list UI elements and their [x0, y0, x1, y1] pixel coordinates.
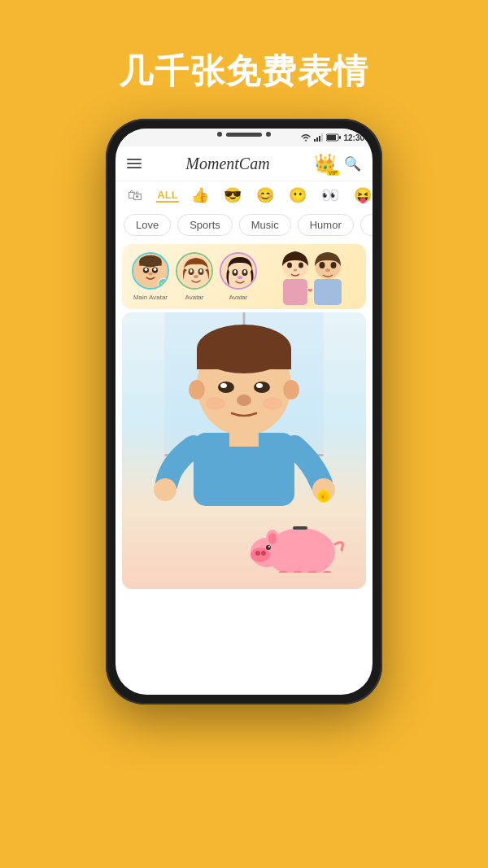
- eyes-emoji-icon: 👀: [321, 188, 339, 203]
- front-camera: [217, 132, 222, 137]
- main-content-card[interactable]: ¥: [122, 312, 366, 589]
- svg-point-19: [200, 269, 203, 273]
- tab-eyes[interactable]: 👀: [319, 188, 342, 203]
- page-title: 几千张免费表情: [119, 49, 369, 94]
- svg-rect-51: [229, 430, 259, 447]
- app-logo: MomentCam: [185, 155, 269, 173]
- svg-point-62: [266, 545, 271, 550]
- chip-romance[interactable]: Romance: [360, 214, 373, 236]
- chip-humor[interactable]: Humor: [298, 214, 354, 236]
- svg-point-10: [145, 268, 148, 271]
- avatar-item-2[interactable]: Avatar: [176, 252, 213, 301]
- svg-rect-31: [283, 279, 307, 305]
- svg-point-61: [261, 551, 266, 556]
- wifi-icon: [300, 133, 312, 142]
- vip-label: VIP: [327, 170, 339, 176]
- svg-point-43: [218, 382, 234, 393]
- tab-all-label: ALL: [157, 189, 177, 201]
- svg-point-42: [283, 380, 299, 399]
- svg-point-41: [189, 380, 205, 399]
- svg-point-24: [234, 270, 237, 273]
- main-avatar-item[interactable]: ⭐ Main Avatar: [132, 252, 169, 301]
- main-avatar-label: Main Avatar: [133, 294, 168, 301]
- svg-point-49: [263, 397, 282, 410]
- chip-sports[interactable]: Sports: [177, 214, 233, 236]
- svg-rect-36: [314, 279, 342, 305]
- header-actions: 👑 VIP 🔍: [314, 153, 361, 174]
- svg-text:¥: ¥: [321, 494, 325, 499]
- svg-rect-14: [139, 261, 161, 265]
- avatar-label-3: Avatar: [229, 294, 248, 301]
- svg-point-34: [331, 262, 337, 268]
- svg-point-47: [237, 395, 251, 406]
- svg-point-35: [325, 268, 330, 272]
- signal-icon: [314, 133, 324, 142]
- svg-point-30: [294, 269, 298, 272]
- svg-point-28: [287, 263, 292, 268]
- battery-icon: [326, 133, 341, 142]
- tab-bag[interactable]: 🛍: [124, 188, 146, 203]
- time-display: 12:30: [343, 133, 364, 142]
- svg-rect-1: [316, 137, 318, 142]
- svg-point-12: [148, 273, 152, 276]
- search-icon[interactable]: 🔍: [344, 155, 361, 172]
- svg-point-44: [254, 382, 270, 393]
- tab-tongue[interactable]: 😝: [351, 188, 373, 203]
- svg-rect-2: [319, 136, 320, 142]
- svg-point-59: [251, 547, 270, 562]
- svg-point-60: [255, 551, 260, 556]
- avatar-item-3[interactable]: Avatar: [220, 252, 257, 301]
- avatar-label-2: Avatar: [185, 294, 204, 301]
- avatar-badge: ⭐: [158, 278, 169, 290]
- neutral-emoji-icon: 😶: [289, 188, 307, 203]
- hamburger-menu[interactable]: [127, 159, 142, 168]
- couple-illustration: ❤: [264, 248, 356, 305]
- tab-all[interactable]: ALL: [156, 188, 179, 203]
- svg-point-48: [206, 397, 225, 410]
- svg-point-65: [268, 533, 277, 544]
- filter-chips: Love Sports Music Humor Romance: [115, 209, 373, 241]
- svg-point-52: [154, 478, 176, 501]
- svg-rect-5: [327, 135, 336, 140]
- svg-point-25: [244, 270, 246, 273]
- vip-button[interactable]: 👑 VIP: [314, 153, 336, 174]
- svg-point-45: [220, 383, 227, 388]
- cool-emoji-icon: 😎: [224, 188, 242, 203]
- phone-mockup: 12:30 MomentCam 👑 VIP: [106, 119, 382, 704]
- svg-point-33: [320, 262, 325, 268]
- svg-rect-40: [197, 349, 291, 369]
- svg-point-20: [194, 275, 198, 278]
- svg-text:❤: ❤: [307, 287, 313, 294]
- smile-emoji-icon: 😊: [256, 188, 274, 203]
- speaker-grille: [226, 133, 262, 137]
- svg-point-29: [298, 263, 303, 268]
- child-illustration: ¥: [138, 312, 350, 573]
- tab-like[interactable]: 👍: [189, 188, 211, 203]
- chip-love[interactable]: Love: [124, 214, 171, 236]
- tab-smile[interactable]: 😊: [254, 188, 277, 203]
- avatar-section: ⭐ Main Avatar: [122, 244, 366, 309]
- svg-rect-66: [293, 526, 307, 530]
- tongue-emoji-icon: 😝: [354, 188, 372, 203]
- bag-icon: 🛍: [128, 188, 142, 203]
- svg-point-63: [268, 546, 270, 547]
- category-tabs: 🛍 ALL 👍 😎 😊 😶: [115, 181, 373, 209]
- tab-neutral[interactable]: 😶: [286, 188, 309, 203]
- svg-point-26: [237, 276, 242, 279]
- sensor-dot: [266, 132, 271, 137]
- svg-rect-3: [321, 133, 323, 142]
- svg-rect-6: [339, 136, 341, 139]
- tab-cool[interactable]: 😎: [221, 188, 244, 203]
- svg-point-11: [154, 268, 157, 271]
- chip-music[interactable]: Music: [239, 214, 291, 236]
- svg-point-18: [190, 269, 193, 273]
- app-header: MomentCam 👑 VIP 🔍: [115, 146, 373, 181]
- thumbs-up-icon: 👍: [191, 188, 209, 203]
- svg-rect-0: [314, 139, 316, 142]
- svg-rect-70: [322, 571, 332, 573]
- svg-point-46: [256, 383, 263, 388]
